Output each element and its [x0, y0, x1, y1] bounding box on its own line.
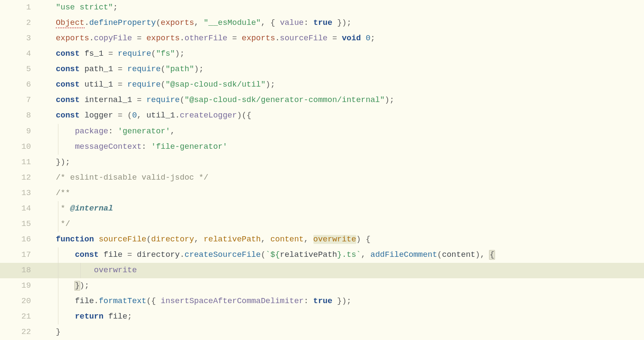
line-number: 14	[0, 201, 43, 217]
string-token: 'file-generator'	[151, 142, 228, 151]
code-content[interactable]: const path_1 = require("path");	[43, 62, 644, 77]
code-line-current[interactable]: 18 overwrite	[0, 263, 644, 278]
method-token: defineProperty	[89, 18, 156, 27]
string-token: "path"	[165, 65, 194, 74]
function-name-token: sourceFile	[99, 235, 146, 244]
code-content[interactable]: return file;	[43, 309, 644, 325]
code-content[interactable]: Object.defineProperty(exports, "__esModu…	[43, 15, 644, 31]
punct-token: )	[266, 80, 270, 89]
punct-token: =	[132, 34, 146, 43]
punct-token: )	[475, 250, 480, 259]
line-number: 12	[0, 170, 43, 186]
property-token: createLogger	[180, 111, 237, 120]
punct-token: (	[151, 49, 156, 58]
code-editor[interactable]: 1 "use strict"; 2 Object.defineProperty(…	[0, 0, 644, 340]
code-content[interactable]: */	[43, 217, 644, 232]
code-line[interactable]: 7 const internal_1 = require("@sap-cloud…	[0, 93, 644, 108]
punct-token: (	[161, 65, 165, 74]
punct-token: ;	[113, 3, 118, 12]
indent-guide	[58, 263, 58, 278]
code-content[interactable]: * @internal	[43, 201, 644, 217]
punct-token: :	[108, 127, 118, 136]
property-token: overwrite	[94, 266, 137, 275]
code-line[interactable]: 17 const file = directory.createSourceFi…	[0, 247, 644, 263]
code-content[interactable]: });	[43, 155, 644, 170]
punct-token: }	[332, 18, 342, 27]
line-number: 19	[0, 278, 43, 294]
code-content[interactable]: const fs_1 = require("fs");	[43, 46, 644, 62]
code-content[interactable]: package: 'generator',	[43, 124, 644, 139]
code-content[interactable]: file.formatText({ insertSpaceAfterCommaD…	[43, 294, 644, 309]
call-token: require	[118, 49, 151, 58]
code-line[interactable]: 5 const path_1 = require("path");	[0, 62, 644, 77]
code-line[interactable]: 11 });	[0, 155, 644, 170]
code-line[interactable]: 19 });	[0, 278, 644, 294]
punct-token: ;	[371, 34, 375, 43]
code-line[interactable]: 14 * @internal	[0, 201, 644, 217]
code-line[interactable]: 21 return file;	[0, 309, 644, 325]
punct-token: ,	[361, 250, 371, 259]
identifier-token: util_1	[146, 111, 175, 120]
code-content[interactable]: /* eslint-disable valid-jsdoc */	[43, 170, 644, 186]
template-string-token: `${	[266, 250, 280, 259]
line-number: 9	[0, 124, 43, 139]
code-line[interactable]: 3 exports.copyFile = exports.otherFile =…	[0, 31, 644, 46]
code-content[interactable]: messageContext: 'file-generator'	[43, 139, 644, 155]
line-number: 22	[0, 325, 43, 340]
code-line[interactable]: 13 /**	[0, 186, 644, 201]
punct-token: )	[342, 18, 346, 27]
identifier-token: fs_1	[85, 49, 103, 58]
code-line[interactable]: 9 package: 'generator',	[0, 124, 644, 139]
punct-token: )	[237, 111, 242, 120]
punct-token: {	[366, 235, 371, 244]
code-line[interactable]: 4 const fs_1 = require("fs");	[0, 46, 644, 62]
punct-token: )	[356, 235, 361, 244]
comment-token: /* eslint-disable valid-jsdoc */	[56, 173, 208, 182]
doc-comment-token: /**	[56, 189, 70, 198]
code-content[interactable]: const internal_1 = require("@sap-cloud-s…	[43, 93, 644, 108]
punct-token: .	[85, 18, 89, 27]
keyword-token: const	[56, 96, 80, 105]
code-line[interactable]: 6 const util_1 = require("@sap-cloud-sdk…	[0, 77, 644, 93]
keyword-token: true	[313, 18, 332, 27]
code-line[interactable]: 8 const logger = (0, util_1.createLogger…	[0, 108, 644, 123]
punct-token: .	[89, 34, 94, 43]
indent-guide	[58, 294, 58, 309]
code-content[interactable]: const util_1 = require("@sap-cloud-sdk/u…	[43, 77, 644, 93]
punct-token: ;	[346, 18, 351, 27]
code-line[interactable]: 12 /* eslint-disable valid-jsdoc */	[0, 170, 644, 186]
punct-token: =	[113, 111, 127, 120]
code-content[interactable]: const logger = (0, util_1.createLogger)(…	[43, 108, 644, 123]
punct-token: ;	[85, 281, 89, 290]
code-content[interactable]: exports.copyFile = exports.otherFile = e…	[43, 31, 644, 46]
code-content[interactable]: });	[43, 278, 644, 294]
punct-token: ,	[480, 250, 489, 259]
line-number: 5	[0, 62, 43, 77]
identifier-token: directory	[137, 250, 180, 259]
code-content[interactable]: /**	[43, 186, 644, 201]
code-line[interactable]: 16 function sourceFile(directory, relati…	[0, 232, 644, 247]
punct-token: )	[342, 297, 346, 306]
code-content[interactable]: overwrite	[43, 263, 644, 278]
code-content[interactable]: function sourceFile(directory, relativeP…	[43, 232, 644, 247]
punct-token: {	[151, 297, 161, 306]
code-content[interactable]: "use strict";	[43, 0, 644, 15]
code-line[interactable]: 20 file.formatText({ insertSpaceAfterCom…	[0, 294, 644, 309]
code-line[interactable]: 22 }	[0, 325, 644, 340]
code-content[interactable]: }	[43, 325, 644, 340]
code-line[interactable]: 1 "use strict";	[0, 0, 644, 15]
code-line[interactable]: 2 Object.defineProperty(exports, "__esMo…	[0, 15, 644, 31]
punct-token: .	[275, 34, 280, 43]
identifier-token: logger	[85, 111, 113, 120]
indent-guide	[58, 278, 58, 294]
punct-token: ,	[170, 127, 175, 136]
punct-token: .	[94, 297, 99, 306]
punct-token: ,	[261, 235, 270, 244]
line-number: 17	[0, 247, 43, 263]
object-token: exports	[56, 34, 89, 43]
code-line[interactable]: 10 messageContext: 'file-generator'	[0, 139, 644, 155]
code-content[interactable]: const file = directory.createSourceFile(…	[43, 247, 644, 263]
code-line[interactable]: 15 */	[0, 217, 644, 232]
line-number: 13	[0, 186, 43, 201]
line-number: 20	[0, 294, 43, 309]
